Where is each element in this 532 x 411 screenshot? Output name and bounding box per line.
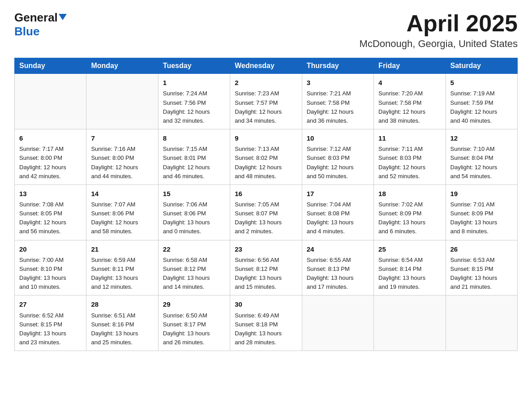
calendar-cell: 19Sunrise: 7:01 AM Sunset: 8:09 PM Dayli… [446, 184, 517, 240]
calendar-cell [302, 295, 373, 351]
day-number: 1 [163, 77, 225, 88]
day-info: Sunrise: 6:54 AM Sunset: 8:14 PM Dayligh… [378, 256, 441, 292]
day-number: 23 [235, 244, 297, 254]
day-info: Sunrise: 7:20 AM Sunset: 7:58 PM Dayligh… [378, 89, 441, 125]
calendar-cell: 27Sunrise: 6:52 AM Sunset: 8:15 PM Dayli… [15, 295, 86, 351]
calendar-cell: 22Sunrise: 6:58 AM Sunset: 8:12 PM Dayli… [158, 240, 230, 295]
calendar-cell: 25Sunrise: 6:54 AM Sunset: 8:14 PM Dayli… [374, 240, 446, 295]
calendar-cell: 2Sunrise: 7:23 AM Sunset: 7:57 PM Daylig… [230, 74, 302, 129]
calendar-cell: 29Sunrise: 6:50 AM Sunset: 8:17 PM Dayli… [158, 295, 230, 351]
calendar-cell: 15Sunrise: 7:06 AM Sunset: 8:06 PM Dayli… [158, 184, 230, 240]
calendar-body: 1Sunrise: 7:24 AM Sunset: 7:56 PM Daylig… [15, 74, 518, 351]
calendar-week-4: 20Sunrise: 7:00 AM Sunset: 8:10 PM Dayli… [15, 240, 518, 295]
day-info: Sunrise: 6:50 AM Sunset: 8:17 PM Dayligh… [163, 311, 225, 347]
calendar-cell: 11Sunrise: 7:11 AM Sunset: 8:03 PM Dayli… [374, 129, 446, 185]
logo: General Blue [14, 11, 67, 39]
calendar-cell: 23Sunrise: 6:56 AM Sunset: 8:12 PM Dayli… [230, 240, 302, 295]
day-number: 4 [378, 77, 441, 88]
month-title: April 2025 [360, 11, 518, 36]
calendar-cell: 26Sunrise: 6:53 AM Sunset: 8:15 PM Dayli… [446, 240, 517, 295]
calendar-week-1: 1Sunrise: 7:24 AM Sunset: 7:56 PM Daylig… [15, 74, 518, 129]
column-header-wednesday: Wednesday [230, 58, 302, 74]
column-header-saturday: Saturday [446, 58, 517, 74]
day-number: 29 [163, 299, 225, 309]
column-header-thursday: Thursday [302, 58, 373, 74]
column-header-monday: Monday [86, 58, 158, 74]
calendar-week-3: 13Sunrise: 7:08 AM Sunset: 8:05 PM Dayli… [15, 184, 518, 240]
day-number: 16 [235, 188, 297, 199]
day-info: Sunrise: 7:06 AM Sunset: 8:06 PM Dayligh… [163, 200, 225, 236]
day-number: 24 [307, 244, 369, 254]
column-header-tuesday: Tuesday [158, 58, 230, 74]
day-number: 3 [307, 77, 369, 88]
day-info: Sunrise: 7:01 AM Sunset: 8:09 PM Dayligh… [450, 200, 513, 236]
day-info: Sunrise: 6:56 AM Sunset: 8:12 PM Dayligh… [235, 256, 297, 292]
calendar-cell: 17Sunrise: 7:04 AM Sunset: 8:08 PM Dayli… [302, 184, 373, 240]
calendar-header: SundayMondayTuesdayWednesdayThursdayFrid… [15, 58, 518, 74]
location-title: McDonough, Georgia, United States [360, 38, 518, 50]
day-number: 10 [307, 133, 369, 143]
day-info: Sunrise: 7:12 AM Sunset: 8:03 PM Dayligh… [307, 145, 369, 181]
calendar-cell [86, 74, 158, 129]
day-info: Sunrise: 6:58 AM Sunset: 8:12 PM Dayligh… [163, 256, 225, 292]
calendar-cell: 4Sunrise: 7:20 AM Sunset: 7:58 PM Daylig… [374, 74, 446, 129]
logo-triangle-icon [59, 14, 67, 20]
day-number: 8 [163, 133, 225, 143]
day-info: Sunrise: 7:02 AM Sunset: 8:09 PM Dayligh… [378, 200, 441, 236]
day-number: 25 [378, 244, 441, 254]
day-info: Sunrise: 7:08 AM Sunset: 8:05 PM Dayligh… [19, 200, 82, 236]
calendar-cell: 3Sunrise: 7:21 AM Sunset: 7:58 PM Daylig… [302, 74, 373, 129]
logo-blue-text: Blue [14, 25, 39, 39]
day-info: Sunrise: 6:53 AM Sunset: 8:15 PM Dayligh… [450, 256, 513, 292]
day-number: 15 [163, 188, 225, 199]
day-info: Sunrise: 7:05 AM Sunset: 8:07 PM Dayligh… [235, 200, 297, 236]
page-header: General Blue April 2025 McDonough, Georg… [14, 11, 518, 50]
day-number: 30 [235, 299, 297, 309]
day-number: 26 [450, 244, 513, 254]
day-info: Sunrise: 6:49 AM Sunset: 8:18 PM Dayligh… [235, 311, 297, 347]
day-info: Sunrise: 7:04 AM Sunset: 8:08 PM Dayligh… [307, 200, 369, 236]
column-header-sunday: Sunday [15, 58, 86, 74]
day-info: Sunrise: 6:51 AM Sunset: 8:16 PM Dayligh… [91, 311, 153, 347]
day-info: Sunrise: 7:24 AM Sunset: 7:56 PM Dayligh… [163, 89, 225, 125]
day-info: Sunrise: 7:07 AM Sunset: 8:06 PM Dayligh… [91, 200, 153, 236]
calendar-cell: 7Sunrise: 7:16 AM Sunset: 8:00 PM Daylig… [86, 129, 158, 185]
calendar-cell: 12Sunrise: 7:10 AM Sunset: 8:04 PM Dayli… [446, 129, 517, 185]
day-number: 20 [19, 244, 82, 254]
day-number: 13 [19, 188, 82, 199]
day-number: 11 [378, 133, 441, 143]
calendar-cell: 9Sunrise: 7:13 AM Sunset: 8:02 PM Daylig… [230, 129, 302, 185]
calendar-cell: 8Sunrise: 7:15 AM Sunset: 8:01 PM Daylig… [158, 129, 230, 185]
logo-general-text: General [14, 11, 58, 25]
day-number: 21 [91, 244, 153, 254]
calendar-cell: 16Sunrise: 7:05 AM Sunset: 8:07 PM Dayli… [230, 184, 302, 240]
day-info: Sunrise: 6:52 AM Sunset: 8:15 PM Dayligh… [19, 311, 82, 347]
header-row: SundayMondayTuesdayWednesdayThursdayFrid… [15, 58, 518, 74]
calendar-cell: 28Sunrise: 6:51 AM Sunset: 8:16 PM Dayli… [86, 295, 158, 351]
calendar-cell: 21Sunrise: 6:59 AM Sunset: 8:11 PM Dayli… [86, 240, 158, 295]
calendar-cell: 10Sunrise: 7:12 AM Sunset: 8:03 PM Dayli… [302, 129, 373, 185]
column-header-friday: Friday [374, 58, 446, 74]
day-number: 5 [450, 77, 513, 88]
day-info: Sunrise: 7:10 AM Sunset: 8:04 PM Dayligh… [450, 145, 513, 181]
calendar-cell: 5Sunrise: 7:19 AM Sunset: 7:59 PM Daylig… [446, 74, 517, 129]
day-number: 2 [235, 77, 297, 88]
calendar-cell [446, 295, 517, 351]
day-info: Sunrise: 6:55 AM Sunset: 8:13 PM Dayligh… [307, 256, 369, 292]
calendar-cell: 30Sunrise: 6:49 AM Sunset: 8:18 PM Dayli… [230, 295, 302, 351]
day-info: Sunrise: 6:59 AM Sunset: 8:11 PM Dayligh… [91, 256, 153, 292]
day-number: 19 [450, 188, 513, 199]
day-number: 27 [19, 299, 82, 309]
day-info: Sunrise: 7:15 AM Sunset: 8:01 PM Dayligh… [163, 145, 225, 181]
day-info: Sunrise: 7:21 AM Sunset: 7:58 PM Dayligh… [307, 89, 369, 125]
day-info: Sunrise: 7:11 AM Sunset: 8:03 PM Dayligh… [378, 145, 441, 181]
day-number: 9 [235, 133, 297, 143]
day-number: 28 [91, 299, 153, 309]
day-number: 22 [163, 244, 225, 254]
calendar-cell [15, 74, 86, 129]
calendar-cell: 14Sunrise: 7:07 AM Sunset: 8:06 PM Dayli… [86, 184, 158, 240]
day-info: Sunrise: 7:00 AM Sunset: 8:10 PM Dayligh… [19, 256, 82, 292]
day-info: Sunrise: 7:23 AM Sunset: 7:57 PM Dayligh… [235, 89, 297, 125]
calendar-cell: 6Sunrise: 7:17 AM Sunset: 8:00 PM Daylig… [15, 129, 86, 185]
calendar-cell [374, 295, 446, 351]
